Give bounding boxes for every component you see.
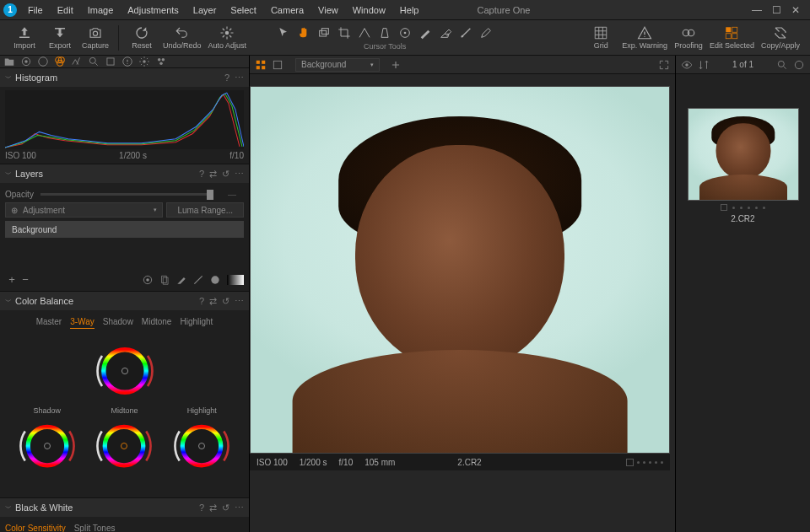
- menu-icon[interactable]: ⋯: [235, 296, 244, 307]
- import-button[interactable]: Import: [7, 21, 42, 55]
- undo-redo-button[interactable]: Undo/Redo: [159, 21, 205, 55]
- tab-3way[interactable]: 3-Way: [70, 317, 94, 329]
- reset-icon[interactable]: ↺: [222, 502, 230, 513]
- brush-tool-icon[interactable]: [418, 26, 432, 40]
- help-icon[interactable]: ?: [199, 296, 204, 307]
- midtone-wheel-large[interactable]: [94, 341, 155, 401]
- auto-adjust-button[interactable]: Auto Adjust: [205, 21, 251, 55]
- gradient-icon[interactable]: [227, 275, 244, 285]
- capture-button[interactable]: Capture: [78, 21, 113, 55]
- tab-master[interactable]: Master: [36, 317, 62, 329]
- opacity-slider[interactable]: [40, 193, 213, 196]
- close-button[interactable]: ✕: [791, 4, 800, 16]
- sort-icon[interactable]: [698, 59, 710, 71]
- edit-selected-button[interactable]: Edit Selected: [706, 21, 758, 55]
- preset-icon[interactable]: ⇄: [209, 169, 217, 180]
- gradient-tool-icon[interactable]: [459, 26, 472, 40]
- rotate-tool-icon[interactable]: [358, 26, 371, 40]
- shadow-wheel[interactable]: [18, 416, 77, 476]
- luma-range-button[interactable]: Luma Range...: [166, 202, 244, 218]
- preset-icon[interactable]: ⇄: [209, 296, 217, 307]
- tab-split-tones[interactable]: Split Tones: [74, 524, 116, 532]
- zoom-tool-icon[interactable]: [317, 26, 331, 40]
- menu-camera[interactable]: Camera: [264, 3, 310, 18]
- grid-button[interactable]: Grid: [583, 21, 618, 55]
- layer-background[interactable]: Background: [5, 221, 244, 238]
- svg-rect-2: [320, 30, 327, 36]
- hand-tool-icon[interactable]: [297, 26, 310, 40]
- menu-view[interactable]: View: [311, 3, 345, 18]
- menu-edit[interactable]: Edit: [51, 3, 80, 18]
- batch-tab-icon[interactable]: [155, 56, 167, 67]
- thumbnail[interactable]: 2.CR2: [684, 108, 802, 223]
- picker-tool-icon[interactable]: [479, 26, 493, 40]
- copy-mask-icon[interactable]: [159, 274, 170, 286]
- reset-icon[interactable]: ↺: [222, 296, 230, 307]
- multiview-icon[interactable]: [255, 59, 267, 71]
- collapse-icon[interactable]: ﹀: [5, 503, 12, 513]
- menu-adjustments[interactable]: Adjustments: [121, 3, 186, 18]
- menu-layer[interactable]: Layer: [186, 3, 224, 18]
- library-tab-icon[interactable]: [3, 56, 15, 67]
- exposure-warning-button[interactable]: Exp. Warning: [618, 21, 671, 55]
- tab-highlight[interactable]: Highlight: [180, 317, 213, 329]
- fit-icon[interactable]: [658, 59, 670, 71]
- maximize-button[interactable]: ☐: [772, 4, 781, 16]
- singleview-icon[interactable]: [272, 59, 284, 71]
- mask-icon[interactable]: [142, 274, 154, 286]
- tab-shadow[interactable]: Shadow: [103, 317, 133, 329]
- layer-dropdown[interactable]: Background▾: [295, 58, 380, 72]
- menu-icon[interactable]: ⋯: [235, 502, 244, 513]
- collapse-icon[interactable]: ﹀: [5, 297, 12, 306]
- image-rating[interactable]: [626, 459, 663, 466]
- color-tab-icon[interactable]: [54, 56, 66, 67]
- collapse-icon[interactable]: ﹀: [5, 169, 12, 179]
- adjustments-tab-icon[interactable]: [105, 56, 116, 67]
- menu-icon[interactable]: ⋯: [235, 169, 244, 180]
- preset-icon[interactable]: ⇄: [209, 502, 217, 513]
- radial-icon[interactable]: [209, 274, 221, 286]
- menu-select[interactable]: Select: [224, 3, 263, 18]
- metadata-tab-icon[interactable]: [122, 56, 133, 67]
- crop-tool-icon[interactable]: [338, 26, 351, 40]
- menu-window[interactable]: Window: [346, 3, 392, 18]
- help-icon[interactable]: ?: [224, 73, 230, 83]
- filter-icon[interactable]: [793, 59, 805, 71]
- capture-tab-icon[interactable]: [20, 56, 32, 67]
- menu-image[interactable]: Image: [81, 3, 121, 18]
- proofing-button[interactable]: Proofing: [671, 21, 706, 55]
- erase-icon[interactable]: [192, 274, 204, 286]
- reset-button[interactable]: Reset: [124, 21, 159, 55]
- pointer-tool-icon[interactable]: [277, 26, 290, 40]
- eye-icon[interactable]: [681, 59, 693, 71]
- add-view-icon[interactable]: [390, 59, 402, 71]
- tab-color-sensitivity[interactable]: Color Sensitivity: [5, 524, 66, 532]
- remove-layer-button[interactable]: −: [19, 273, 32, 286]
- help-icon[interactable]: ?: [199, 502, 204, 513]
- details-tab-icon[interactable]: [88, 56, 100, 67]
- exposure-tab-icon[interactable]: [71, 56, 83, 67]
- copy-apply-button[interactable]: Copy/Apply: [758, 21, 803, 55]
- keystone-tool-icon[interactable]: [378, 26, 392, 40]
- main-image[interactable]: [250, 86, 670, 454]
- eraser-tool-icon[interactable]: [439, 26, 452, 40]
- menu-icon[interactable]: ⋯: [235, 73, 244, 83]
- menu-file[interactable]: File: [21, 3, 50, 18]
- menu-help[interactable]: Help: [393, 3, 426, 18]
- brush-icon[interactable]: [176, 274, 187, 286]
- search-icon[interactable]: [776, 59, 788, 71]
- spot-tool-icon[interactable]: [398, 26, 412, 40]
- add-layer-button[interactable]: +: [5, 273, 19, 286]
- toolbar: Import Export Capture Reset Undo/Redo Au…: [0, 20, 810, 56]
- layer-type-dropdown[interactable]: ⊕Adjustment▾: [5, 202, 163, 218]
- lens-tab-icon[interactable]: [37, 56, 49, 67]
- tab-midtone[interactable]: Midtone: [142, 317, 172, 329]
- help-icon[interactable]: ?: [199, 169, 204, 180]
- midtone-wheel[interactable]: [94, 416, 154, 476]
- export-button[interactable]: Export: [42, 21, 78, 55]
- output-tab-icon[interactable]: [138, 56, 150, 67]
- highlight-wheel[interactable]: [172, 416, 231, 476]
- collapse-icon[interactable]: ﹀: [5, 73, 12, 83]
- reset-icon[interactable]: ↺: [222, 169, 230, 180]
- minimize-button[interactable]: —: [752, 4, 762, 16]
